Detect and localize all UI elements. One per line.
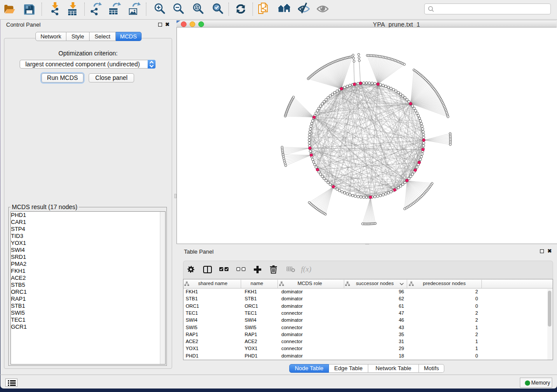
svg-text:f(x): f(x) <box>301 265 311 273</box>
